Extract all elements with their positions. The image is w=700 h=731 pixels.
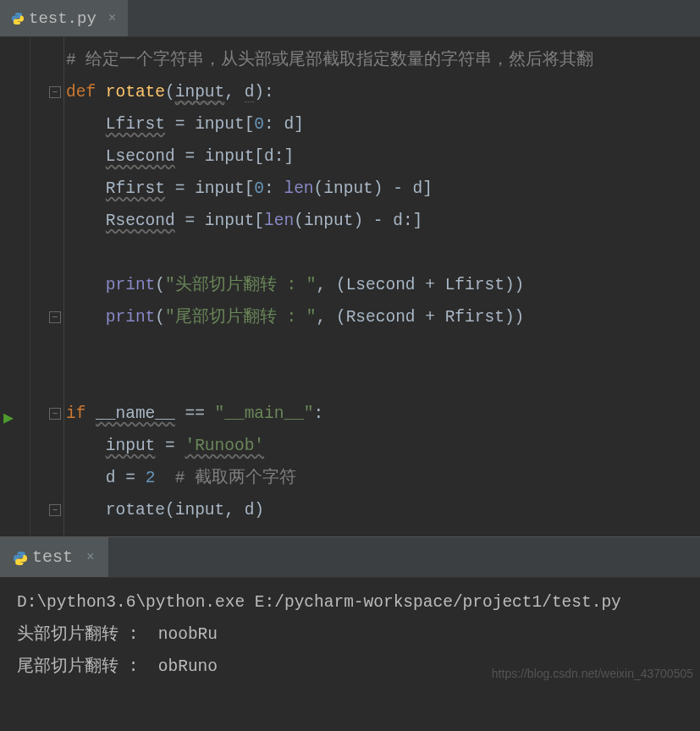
terminal-tab-label: test	[32, 547, 73, 567]
code-content[interactable]: # 给定一个字符串，从头部或尾部截取指定数量的字符串，然后将其翻 def rot…	[64, 37, 593, 536]
watermark: https://blog.csdn.net/weixin_43700505	[492, 657, 693, 690]
terminal-tab-test[interactable]: test ×	[0, 537, 108, 577]
python-run-icon	[14, 552, 25, 563]
line-gutter: ▶	[0, 37, 30, 536]
fold-column: − − − −	[30, 37, 64, 536]
editor-tab-testpy[interactable]: test.py ×	[0, 0, 128, 36]
close-icon[interactable]: ×	[108, 11, 117, 26]
terminal-pane: test × D:\python3.6\python.exe E:/pychar…	[0, 536, 700, 693]
editor-tab-label: test.py	[29, 9, 96, 28]
editor-pane: test.py × ▶ − − − − # 给定一个字符串，从头部或尾部截取指定…	[0, 0, 700, 536]
terminal-tab-bar: test ×	[0, 537, 700, 578]
run-line-icon[interactable]: ▶	[3, 407, 14, 428]
close-icon[interactable]: ×	[86, 550, 95, 565]
terminal-line: 头部切片翻转 : noobRu	[17, 625, 218, 644]
fold-icon[interactable]: −	[49, 408, 61, 420]
fold-icon[interactable]: −	[49, 504, 61, 516]
editor-tab-bar: test.py ×	[0, 0, 700, 37]
python-file-icon	[12, 13, 24, 25]
code-comment: # 给定一个字符串，从头部或尾部截取指定数量的字符串，然后将其翻	[66, 51, 593, 69]
terminal-output[interactable]: D:\python3.6\python.exe E:/pycharm-works…	[0, 578, 700, 693]
code-area[interactable]: ▶ − − − − # 给定一个字符串，从头部或尾部截取指定数量的字符串，然后将…	[0, 37, 700, 536]
fold-icon[interactable]: −	[49, 86, 61, 98]
terminal-line: 尾部切片翻转 : obRuno	[17, 657, 218, 676]
terminal-line: D:\python3.6\python.exe E:/pycharm-works…	[17, 593, 621, 612]
fold-icon[interactable]: −	[49, 311, 61, 323]
